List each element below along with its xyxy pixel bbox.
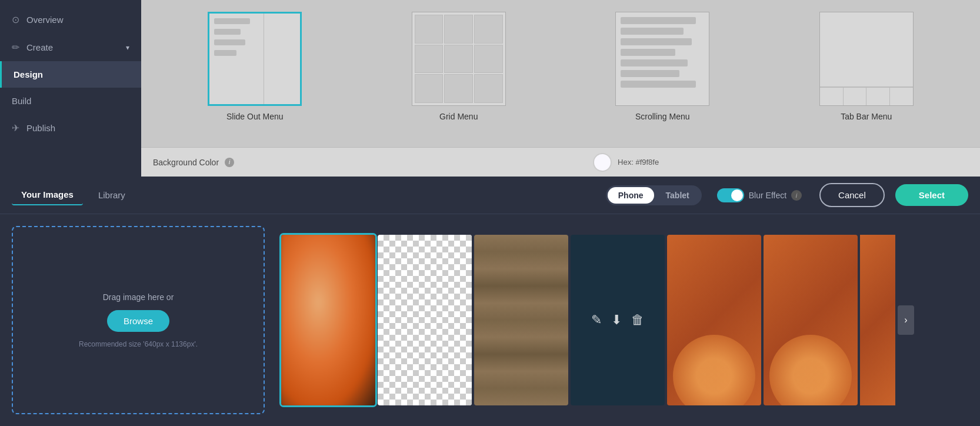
slide-out-preview [208, 12, 302, 106]
blur-label: Blur Effect [749, 191, 786, 200]
gallery-image-checkered[interactable] [378, 235, 472, 405]
sidebar-item-label: Publish [26, 123, 55, 133]
info-icon: i [225, 158, 234, 167]
cancel-button[interactable]: Cancel [819, 183, 885, 207]
sidebar-item-publish[interactable]: ✈ Publish [0, 114, 141, 142]
gallery-image-wood[interactable] [474, 235, 568, 405]
download-icon: ⬇ [611, 312, 622, 328]
gallery-image-dark-teal[interactable]: ✎ ⬇ 🗑 [571, 235, 665, 405]
modal-header: Your Images Library Phone Tablet Blur Ef… [0, 177, 980, 214]
overview-icon: ⊙ [12, 14, 19, 25]
hex-label: Hex: #f9f8fe [618, 158, 659, 167]
blur-toggle-area: Blur Effect i [717, 188, 802, 202]
gallery-image-partial[interactable] [860, 235, 895, 405]
sidebar-item-label: Create [26, 42, 53, 52]
publish-icon: ✈ [12, 122, 19, 134]
sidebar-item-label: Design [14, 69, 43, 79]
template-label: Grid Menu [439, 112, 478, 121]
gallery-image-pizza-1[interactable] [667, 235, 761, 405]
blur-info-icon: i [791, 190, 802, 201]
select-button[interactable]: Select [895, 184, 968, 206]
chevron-down-icon: ▾ [126, 44, 129, 52]
image-gallery: ✎ ⬇ 🗑 › [276, 214, 980, 426]
pizza-decoration-2 [769, 335, 852, 405]
edit-icon: ✎ [591, 312, 602, 328]
template-label: Scrolling Menu [635, 112, 690, 121]
blur-toggle-switch[interactable] [717, 188, 744, 202]
gallery-image-orange-blur[interactable] [281, 235, 375, 405]
drag-text: Drag image here or [103, 292, 174, 302]
rec-size-text: Recommended size '640px x 1136px'. [79, 340, 198, 348]
grid-preview [412, 12, 506, 106]
sidebar-item-label: Overview [26, 15, 64, 25]
sidebar-item-build[interactable]: Build [0, 88, 141, 114]
bg-color-label: Background Color [153, 158, 219, 167]
delete-icon: 🗑 [631, 312, 644, 328]
template-label: Slide Out Menu [226, 112, 284, 121]
tab-library[interactable]: Library [89, 185, 135, 205]
template-label: Tab Bar Menu [841, 112, 892, 121]
phone-button[interactable]: Phone [608, 187, 654, 204]
upload-area: Drag image here or Browse Recommended si… [12, 226, 265, 414]
canvas-area: Slide Out Menu Grid Menu Scrolling Men [141, 0, 980, 177]
modal-body: Drag image here or Browse Recommended si… [0, 214, 980, 426]
gallery-image-pizza-2[interactable] [764, 235, 858, 405]
tab-your-images[interactable]: Your Images [12, 185, 83, 205]
sidebar-item-label: Build [12, 96, 31, 106]
bg-color-row: Background Color i Hex: #f9f8fe [141, 147, 980, 177]
checkered-preview [378, 235, 472, 405]
sidebar-item-overview[interactable]: ⊙ Overview [0, 6, 141, 34]
pencil-icon: ✏ [12, 42, 19, 53]
sidebar: ⊙ Overview ✏ Create ▾ Design Build ✈ Pub… [0, 0, 141, 177]
wood-preview [474, 235, 568, 405]
tabbar-preview [819, 12, 914, 106]
color-circle[interactable] [593, 153, 612, 172]
sidebar-item-create[interactable]: ✏ Create ▾ [0, 34, 141, 61]
dark-teal-preview: ✎ ⬇ 🗑 [571, 235, 665, 405]
scroll-preview [615, 12, 709, 106]
sidebar-item-design[interactable]: Design [0, 61, 141, 88]
pizza-1-preview [667, 235, 761, 405]
tablet-button[interactable]: Tablet [655, 187, 700, 204]
device-toggle: Phone Tablet [606, 185, 702, 205]
toggle-knob [731, 189, 743, 201]
pizza-2-preview [764, 235, 858, 405]
orange-blur-preview [281, 235, 375, 405]
pizza-decoration [673, 335, 755, 405]
modal-panel: Your Images Library Phone Tablet Blur Ef… [0, 177, 980, 426]
chevron-right-icon: › [904, 315, 907, 325]
gallery-scroll-right[interactable]: › [898, 305, 914, 335]
browse-button[interactable]: Browse [107, 310, 169, 332]
